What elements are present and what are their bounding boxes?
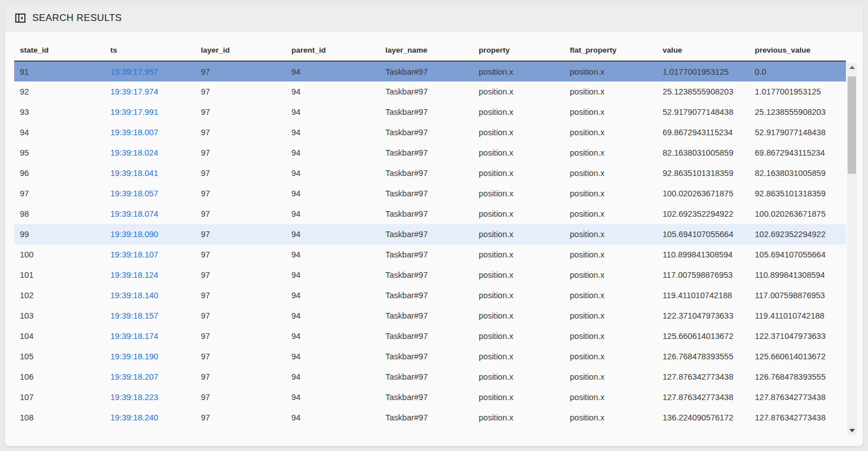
cell-value: 117.007598876953 [657,265,749,285]
cell-previous-value: 122.371047973633 [749,326,846,346]
timestamp-link[interactable]: 19:39:18.240 [110,413,158,422]
cell-layer-name: Taskbar#97 [380,61,473,81]
cell-previous-value: 0.0 [749,61,846,81]
cell-ts: 19:39:18.041 [105,163,195,183]
timestamp-link[interactable]: 19:39:18.174 [110,332,158,341]
timestamp-link[interactable]: 19:39:18.107 [110,250,158,259]
table-row[interactable]: 103 19:39:18.157 97 94 Taskbar#97 positi… [14,306,846,326]
cell-property: position.x [473,265,564,285]
scroll-up-button[interactable] [847,63,857,72]
table-row[interactable]: 104 19:39:18.174 97 94 Taskbar#97 positi… [14,326,846,346]
cell-previous-value: 92.8635101318359 [749,183,846,204]
table-row[interactable]: 97 19:39:18.057 97 94 Taskbar#97 positio… [14,183,846,204]
cell-ts: 19:39:18.090 [105,224,195,244]
cell-previous-value: 69.8672943115234 [749,143,846,163]
cell-parent-id: 94 [286,407,380,428]
timestamp-link[interactable]: 19:39:17.957 [110,67,158,76]
cell-value: 92.8635101318359 [657,163,749,183]
cell-flat-property: position.x [564,407,657,428]
cell-layer-id: 97 [195,244,286,265]
table-row[interactable]: 98 19:39:18.074 97 94 Taskbar#97 positio… [14,204,846,224]
table-row[interactable]: 94 19:39:18.007 97 94 Taskbar#97 positio… [14,122,846,143]
timestamp-link[interactable]: 19:39:18.024 [110,148,158,157]
cell-layer-id: 97 [195,102,286,122]
timestamp-link[interactable]: 19:39:17.991 [110,108,158,117]
cell-layer-name: Taskbar#97 [380,346,473,367]
vertical-scrollbar[interactable] [847,63,857,435]
table-row[interactable]: 99 19:39:18.090 97 94 Taskbar#97 positio… [14,224,846,244]
cell-layer-name: Taskbar#97 [380,306,473,326]
timestamp-link[interactable]: 19:39:18.157 [110,311,158,320]
cell-layer-id: 97 [195,122,286,143]
cell-flat-property: position.x [564,265,657,285]
scroll-down-icon [849,429,855,432]
timestamp-link[interactable]: 19:39:18.223 [110,393,158,402]
timestamp-link[interactable]: 19:39:18.007 [110,128,158,137]
table-row[interactable]: 100 19:39:18.107 97 94 Taskbar#97 positi… [14,244,846,265]
cell-previous-value: 125.660614013672 [749,346,846,367]
cell-value: 125.660614013672 [657,326,749,346]
cell-flat-property: position.x [564,367,657,387]
cell-state-id: 91 [14,61,105,81]
cell-state-id: 107 [14,387,105,407]
cell-value: 52.9179077148438 [657,102,749,122]
cell-value: 127.876342773438 [657,387,749,407]
timestamp-link[interactable]: 19:39:17.974 [110,87,158,96]
cell-property: position.x [473,407,564,428]
cell-previous-value: 126.768478393555 [749,367,846,387]
cell-layer-id: 97 [195,285,286,306]
cell-layer-name: Taskbar#97 [380,143,473,163]
cell-parent-id: 94 [286,346,380,367]
cell-layer-id: 97 [195,143,286,163]
timestamp-link[interactable]: 19:39:18.074 [110,209,158,218]
cell-layer-name: Taskbar#97 [380,244,473,265]
cell-property: position.x [473,326,564,346]
timestamp-link[interactable]: 19:39:18.041 [110,169,158,178]
cell-state-id: 99 [14,224,105,244]
cell-flat-property: position.x [564,143,657,163]
cell-parent-id: 94 [286,204,380,224]
cell-state-id: 98 [14,204,105,224]
table-row[interactable]: 108 19:39:18.240 97 94 Taskbar#97 positi… [14,407,846,428]
scroll-down-button[interactable] [847,426,857,435]
timestamp-link[interactable]: 19:39:18.057 [110,189,158,198]
timestamp-link[interactable]: 19:39:18.207 [110,372,158,381]
col-header-value: value [657,32,749,61]
table-row[interactable]: 95 19:39:18.024 97 94 Taskbar#97 positio… [14,143,846,163]
table-row[interactable]: 102 19:39:18.140 97 94 Taskbar#97 positi… [14,285,846,306]
cell-ts: 19:39:18.024 [105,143,195,163]
cell-property: position.x [473,204,564,224]
timestamp-link[interactable]: 19:39:18.140 [110,291,158,300]
cell-state-id: 100 [14,244,105,265]
table-row[interactable]: 92 19:39:17.974 97 94 Taskbar#97 positio… [14,81,846,102]
cell-flat-property: position.x [564,326,657,346]
cell-previous-value: 102.692352294922 [749,224,846,244]
table-row[interactable]: 93 19:39:17.991 97 94 Taskbar#97 positio… [14,102,846,122]
table-row[interactable]: 106 19:39:18.207 97 94 Taskbar#97 positi… [14,367,846,387]
table-row[interactable]: 96 19:39:18.041 97 94 Taskbar#97 positio… [14,163,846,183]
cell-layer-name: Taskbar#97 [380,81,473,102]
cell-flat-property: position.x [564,285,657,306]
cell-flat-property: position.x [564,346,657,367]
col-header-previous-value: previous_value [749,32,846,61]
scrollbar-thumb[interactable] [848,76,856,174]
results-table-container: state_id ts layer_id parent_id layer_nam… [5,32,863,428]
cell-layer-name: Taskbar#97 [380,224,473,244]
cell-flat-property: position.x [564,224,657,244]
timestamp-link[interactable]: 19:39:18.190 [110,352,158,361]
table-row[interactable]: 91 19:39:17.957 97 94 Taskbar#97 positio… [14,61,846,81]
cell-ts: 19:39:18.107 [105,244,195,265]
cell-property: position.x [473,224,564,244]
cell-property: position.x [473,346,564,367]
cell-flat-property: position.x [564,81,657,102]
table-row[interactable]: 105 19:39:18.190 97 94 Taskbar#97 positi… [14,346,846,367]
timestamp-link[interactable]: 19:39:18.090 [110,230,158,239]
cell-value: 110.899841308594 [657,244,749,265]
table-row[interactable]: 101 19:39:18.124 97 94 Taskbar#97 positi… [14,265,846,285]
table-row[interactable]: 107 19:39:18.223 97 94 Taskbar#97 positi… [14,387,846,407]
cell-flat-property: position.x [564,387,657,407]
timestamp-link[interactable]: 19:39:18.124 [110,270,158,280]
cell-ts: 19:39:18.074 [105,204,195,224]
cell-ts: 19:39:18.207 [105,367,195,387]
cell-parent-id: 94 [286,122,380,143]
